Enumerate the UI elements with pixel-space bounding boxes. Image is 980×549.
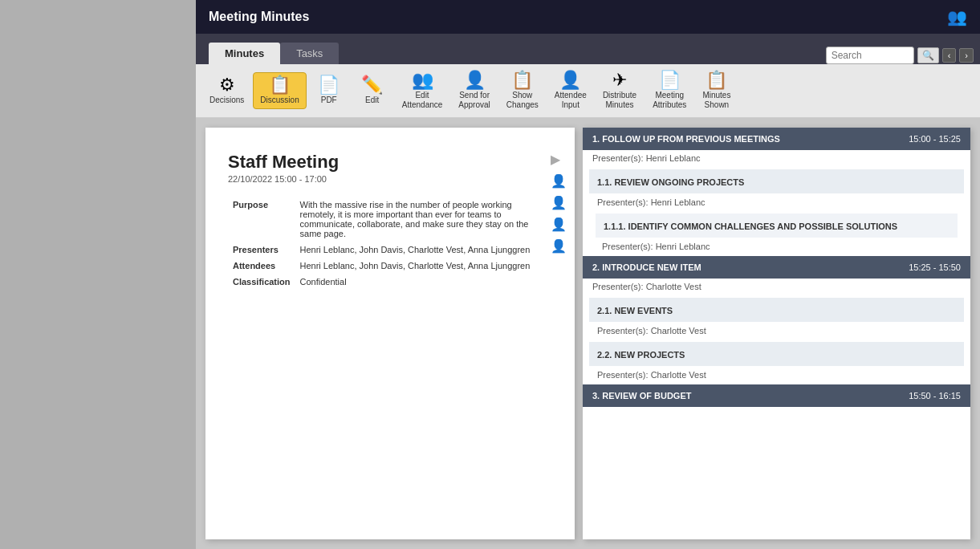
app-container: Meeting Minutes 👥 Minutes Tasks 🔍 ‹ › ⚙ … [196, 0, 980, 549]
toolbar-minutes-shown[interactable]: 📋 MinutesShown [695, 67, 738, 114]
attendees-value: Henri Leblanc, John Davis, Charlotte Ves… [295, 258, 552, 274]
document-panel: Staff Meeting 22/10/2022 15:00 - 17:00 P… [205, 128, 575, 539]
person-icon-2: 👤 [551, 195, 567, 210]
search-button[interactable]: 🔍 [917, 47, 939, 63]
agenda-header-1[interactable]: 1. FOLLOW UP FROM PREVIOUS MEETINGS 15:0… [583, 128, 970, 150]
agenda-item-2-time: 15:25 - 15:50 [909, 262, 961, 272]
show-changes-label: ShowChanges [506, 91, 539, 110]
agenda-item-1-presenter: Presenter(s): Henri Leblanc [583, 150, 970, 168]
toolbar-show-changes[interactable]: 📋 ShowChanges [499, 67, 546, 114]
send-approval-icon: 👤 [464, 71, 486, 89]
prev-button[interactable]: ‹ [942, 48, 957, 63]
doc-title: Staff Meeting [228, 152, 552, 173]
agenda-subitem-2-2: 2.2. NEW PROJECTS [589, 342, 964, 366]
presenters-label: Presenters [228, 242, 295, 258]
meeting-attributes-label: MeetingAttributes [653, 91, 686, 110]
toolbar-discussion[interactable]: 📋 Discussion [253, 72, 306, 109]
agenda-subitem-1-1-1: 1.1.1. IDENTIFY COMMON CHALLENGES AND PO… [596, 214, 958, 238]
agenda-item-2-presenter: Presenter(s): Charlotte Vest [583, 279, 970, 296]
agenda-item-3-title: 3. REVIEW OF BUDGET [592, 391, 691, 401]
agenda-subitem-1-1-1-title: 1.1.1. IDENTIFY COMMON CHALLENGES AND PO… [604, 222, 897, 231]
edit-label: Edit [365, 96, 379, 105]
agenda-subitem-2-1-presenter: Presenter(s): Charlotte Vest [583, 323, 970, 340]
person-icon-1: 👤 [551, 173, 567, 189]
attendee-input-label: AttendeeInput [555, 91, 587, 110]
distribute-icon: ✈ [612, 71, 627, 89]
tab-tasks[interactable]: Tasks [280, 43, 339, 64]
next-button[interactable]: › [959, 48, 974, 63]
classification-value: Confidential [295, 274, 552, 290]
agenda-subitem-1-1-presenter: Presenter(s): Henri Leblanc [583, 195, 970, 212]
toolbar-edit[interactable]: ✏️ Edit [352, 72, 393, 109]
toolbar-meeting-attributes[interactable]: 📄 MeetingAttributes [645, 67, 693, 114]
meeting-attributes-icon: 📄 [659, 71, 681, 89]
agenda-item-1: 1. FOLLOW UP FROM PREVIOUS MEETINGS 15:0… [583, 128, 970, 256]
minutes-shown-icon: 📋 [706, 71, 727, 89]
doc-info-table: Purpose With the massive rise in the num… [228, 197, 552, 290]
search-area: 🔍 ‹ › [826, 47, 980, 64]
tab-minutes[interactable]: Minutes [209, 43, 280, 64]
toolbar-attendee-input[interactable]: 👤 AttendeeInput [547, 67, 594, 114]
agenda-header-3[interactable]: 3. REVIEW OF BUDGET 15:50 - 16:15 [583, 384, 970, 407]
person-icon-4: 👤 [551, 238, 567, 254]
toolbar-distribute-minutes[interactable]: ✈ DistributeMinutes [596, 67, 644, 114]
agenda-subitem-2-2-title: 2.2. NEW PROJECTS [597, 350, 685, 360]
agenda-subitem-2-1-title: 2.1. NEW EVENTS [597, 306, 673, 315]
table-row: Purpose With the massive rise in the num… [228, 197, 552, 242]
app-title: Meeting Minutes [209, 10, 309, 24]
play-icon[interactable]: ▶ [551, 152, 567, 167]
toolbar-send-approval[interactable]: 👤 Send forApproval [451, 67, 497, 114]
title-bar: Meeting Minutes 👥 [196, 0, 980, 34]
agenda-item-2-title: 2. INTRODUCE NEW ITEM [592, 262, 701, 272]
agenda-subitem-1-1-title: 1.1. REVIEW ONGOING PROJECTS [597, 177, 744, 187]
classification-label: Classification [228, 274, 295, 290]
pdf-icon: 📄 [318, 76, 340, 94]
show-changes-icon: 📋 [511, 71, 533, 89]
tab-bar: Minutes Tasks 🔍 ‹ › [196, 34, 980, 64]
agenda-item-2: 2. INTRODUCE NEW ITEM 15:25 - 15:50 Pres… [583, 256, 970, 384]
tabs: Minutes Tasks [209, 43, 340, 64]
toolbar: ⚙ Decisions 📋 Discussion 📄 PDF ✏️ Edit 👥… [196, 64, 980, 118]
table-row: Presenters Henri Leblanc, John Davis, Ch… [228, 242, 552, 258]
main-content: Staff Meeting 22/10/2022 15:00 - 17:00 P… [196, 118, 980, 549]
agenda-item-3: 3. REVIEW OF BUDGET 15:50 - 16:15 [583, 384, 970, 407]
person-icon-3: 👤 [551, 217, 567, 232]
minutes-shown-label: MinutesShown [702, 91, 730, 110]
agenda-header-2[interactable]: 2. INTRODUCE NEW ITEM 15:25 - 15:50 [583, 256, 970, 279]
edit-attendance-icon: 👥 [412, 71, 433, 89]
table-row: Attendees Henri Leblanc, John Davis, Cha… [228, 258, 552, 274]
agenda-subitem-1-1: 1.1. REVIEW ONGOING PROJECTS [589, 169, 964, 193]
doc-date: 22/10/2022 15:00 - 17:00 [228, 174, 552, 184]
agenda-item-1-title: 1. FOLLOW UP FROM PREVIOUS MEETINGS [592, 134, 780, 144]
presenters-value: Henri Leblanc, John Davis, Charlotte Ves… [295, 242, 552, 258]
agenda-item-3-time: 15:50 - 16:15 [909, 391, 961, 401]
send-approval-label: Send forApproval [458, 91, 490, 110]
agenda-subitem-2-2-presenter: Presenter(s): Charlotte Vest [583, 368, 970, 384]
agenda-item-1-time: 15:00 - 15:25 [909, 134, 961, 144]
toolbar-pdf[interactable]: 📄 PDF [308, 72, 350, 109]
discussion-label: Discussion [260, 96, 299, 105]
pdf-label: PDF [321, 96, 337, 105]
edit-icon: ✏️ [361, 76, 383, 94]
edit-attendance-label: EditAttendance [402, 91, 443, 110]
doc-sidebar-icons: ▶ 👤 👤 👤 👤 [551, 152, 567, 254]
app-icon: 👥 [947, 7, 967, 26]
discussion-icon: 📋 [269, 76, 291, 94]
toolbar-edit-attendance[interactable]: 👥 EditAttendance [395, 67, 450, 114]
purpose-label: Purpose [228, 197, 295, 242]
toolbar-decisions[interactable]: ⚙ Decisions [202, 72, 251, 109]
purpose-value: With the massive rise in the number of p… [295, 197, 552, 242]
distribute-label: DistributeMinutes [603, 91, 636, 110]
table-row: Classification Confidential [228, 274, 552, 290]
agenda-subitem-2-1: 2.1. NEW EVENTS [589, 298, 964, 322]
agenda-panel[interactable]: 1. FOLLOW UP FROM PREVIOUS MEETINGS 15:0… [583, 128, 970, 539]
decisions-icon: ⚙ [219, 76, 235, 94]
agenda-subitem-1-1-1-presenter: Presenter(s): Henri Leblanc [583, 239, 970, 256]
search-input[interactable] [826, 47, 914, 64]
attendees-label: Attendees [228, 258, 295, 274]
attendee-input-icon: 👤 [559, 71, 581, 89]
decisions-label: Decisions [209, 96, 244, 105]
